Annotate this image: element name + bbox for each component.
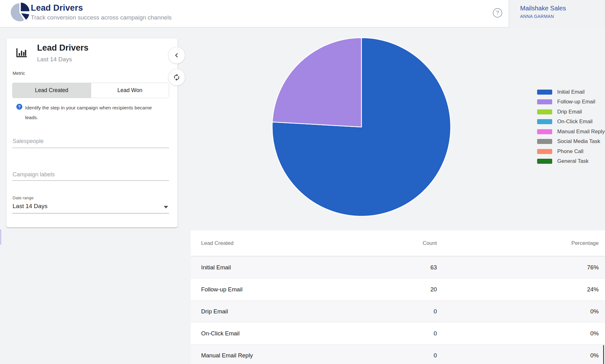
table-header-row: Lead CreatedCountPercentage	[191, 230, 605, 256]
page-subtitle: Track conversion success across campaign…	[31, 14, 172, 21]
vertical-scrollbar[interactable]	[603, 345, 604, 364]
cell-count: 20	[430, 286, 437, 293]
table-row-drip-email: Drip Email00%	[191, 300, 605, 322]
pie-chart-logo	[9, 2, 30, 23]
help-button[interactable]: ?	[493, 8, 502, 18]
chevron-down-icon	[164, 206, 168, 208]
salespeople-input[interactable]	[12, 138, 169, 148]
question-mark-icon: ?	[496, 10, 499, 16]
cell-percentage: 0%	[590, 308, 599, 315]
refresh-icon	[173, 74, 180, 81]
edge-accent-strip	[0, 229, 1, 245]
legend-label: General Task	[557, 158, 589, 164]
cell-count: 63	[430, 264, 437, 271]
metric-info: ? Identify the step in your campaign whe…	[16, 103, 155, 122]
legend-swatch	[537, 90, 552, 95]
cell-percentage: 0%	[590, 330, 599, 337]
column-header-lead-created: Lead Created	[201, 240, 234, 246]
cell-label: On-Click Email	[201, 330, 239, 337]
info-question-icon: ?	[16, 104, 22, 110]
chart-legend: Initial EmailFollow-up EmailDrip EmailOn…	[537, 87, 605, 166]
cell-percentage: 24%	[587, 286, 599, 293]
pie-chart	[269, 34, 454, 220]
cell-percentage: 0%	[590, 352, 599, 359]
legend-swatch	[537, 149, 552, 154]
chevron-left-icon	[173, 52, 180, 59]
legend-item-manual-email-reply[interactable]: Manual Email Reply	[537, 127, 605, 137]
legend-item-follow-up-email[interactable]: Follow-up Email	[537, 97, 605, 107]
filter-panel: Lead Drivers Last 14 Days Metric Lead Cr…	[6, 38, 178, 227]
legend-label: On-Click Email	[557, 119, 592, 125]
collapse-panel-button[interactable]	[168, 47, 185, 64]
pie-slice-follow-up-email[interactable]	[272, 38, 361, 127]
date-range-value: Last 14 Days	[13, 203, 47, 210]
legend-item-general-task[interactable]: General Task	[537, 157, 605, 167]
legend-label: Initial Email	[557, 89, 585, 95]
cell-percentage: 76%	[587, 264, 599, 271]
table-row-initial-email: Initial Email6376%	[191, 256, 605, 278]
legend-swatch	[537, 129, 552, 134]
legend-item-phone-call[interactable]: Phone Call	[537, 146, 605, 157]
metric-label: Metric	[13, 71, 25, 76]
campaign-labels-input[interactable]	[12, 172, 169, 181]
table-row-on-click-email: On-Click Email00%	[191, 322, 605, 344]
lead-drivers-table: Lead CreatedCountPercentageInitial Email…	[191, 230, 605, 364]
legend-swatch	[537, 139, 552, 144]
panel-title: Lead Drivers	[37, 43, 89, 53]
bar-chart-icon	[15, 48, 28, 58]
account-org-name: Mailshake Sales	[520, 5, 566, 12]
legend-swatch	[537, 119, 552, 124]
metric-toggle-lead-created[interactable]: Lead Created	[13, 83, 91, 98]
legend-label: Follow-up Email	[557, 99, 595, 105]
legend-label: Drip Email	[557, 109, 582, 115]
cell-label: Manual Email Reply	[201, 352, 253, 359]
cell-count: 0	[434, 352, 437, 359]
legend-swatch	[537, 159, 552, 164]
table-row-follow-up-email: Follow-up Email2024%	[191, 278, 605, 300]
cell-label: Follow-up Email	[201, 286, 243, 293]
cell-count: 0	[434, 308, 437, 315]
cell-count: 0	[434, 330, 437, 337]
column-header-count: Count	[423, 240, 437, 246]
column-header-percentage: Percentage	[571, 240, 599, 246]
legend-item-drip-email[interactable]: Drip Email	[537, 107, 605, 117]
date-range-select[interactable]: Last 14 Days	[12, 202, 169, 213]
legend-label: Manual Email Reply	[557, 129, 605, 135]
app-header: Lead Drivers Track conversion success ac…	[0, 0, 605, 28]
table-row-manual-email-reply: Manual Email Reply00%	[191, 344, 605, 364]
page-title: Lead Drivers	[31, 3, 83, 13]
lead-drivers-dashboard: Lead Drivers Track conversion success ac…	[0, 0, 605, 364]
legend-label: Social Media Task	[557, 138, 600, 145]
legend-item-social-media-task[interactable]: Social Media Task	[537, 137, 605, 147]
legend-swatch	[537, 99, 552, 104]
cell-label: Initial Email	[201, 264, 231, 271]
cell-label: Drip Email	[201, 308, 228, 315]
metric-info-text: Identify the step in your campaign when …	[25, 103, 155, 122]
legend-swatch	[537, 109, 552, 114]
account-user-name: ANNA GARMAN	[520, 14, 554, 19]
panel-subtitle: Last 14 Days	[37, 56, 72, 63]
legend-item-initial-email[interactable]: Initial Email	[537, 87, 605, 97]
metric-toggle-group: Lead CreatedLead Won	[12, 83, 169, 98]
legend-label: Phone Call	[557, 148, 583, 155]
refresh-button[interactable]	[168, 69, 185, 86]
legend-item-on-click-email[interactable]: On-Click Email	[537, 117, 605, 127]
account-switcher[interactable]: Mailshake Sales ANNA GARMAN	[509, 0, 605, 28]
metric-toggle-lead-won[interactable]: Lead Won	[91, 83, 169, 98]
date-range-label: Date range	[13, 196, 34, 200]
